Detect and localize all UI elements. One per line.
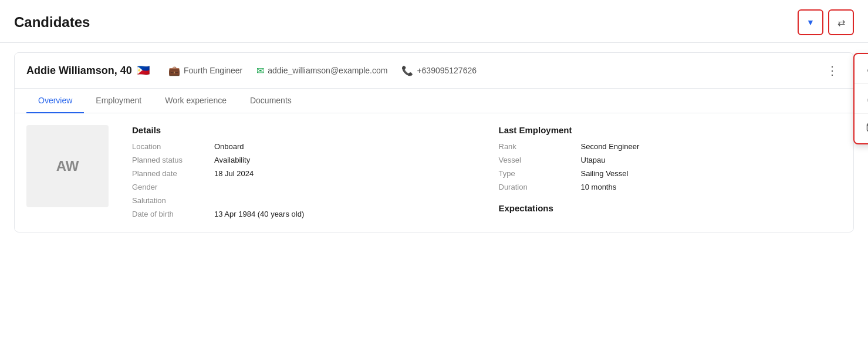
swap-button[interactable]: ⇄ [828,9,854,35]
candidate-header: Addie Williamson, 40 🇵🇭 💼 Fourth Enginee… [15,53,853,89]
filter-icon: ▼ [806,18,815,27]
swap-icon: ⇄ [837,17,845,28]
duration-label: Duration [499,183,581,191]
job-title-item: 💼 Fourth Engineer [168,65,242,76]
avatar-initials: AW [56,158,79,174]
header-buttons: ▼ ⇄ [798,9,854,35]
page-header: Candidates ▼ ⇄ [0,0,868,43]
employment-grid: Rank Second Engineer Vessel Utapau Type … [499,142,842,191]
tab-documents[interactable]: Documents [238,89,303,113]
phone-icon: 📞 [401,65,413,76]
flag-icon: 🇵🇭 [137,64,150,77]
email-icon: ✉ [256,65,264,76]
planned-date-value: 18 Jul 2024 [214,169,475,178]
salutation-value [214,196,475,205]
planned-date-label: Planned date [132,169,214,178]
employment-title: Last Employment [499,125,842,135]
candidate-name: Addie Williamson, 40 🇵🇭 [26,64,150,77]
dropdown-add-assignment[interactable]: Add to assignment [855,54,868,84]
more-options-button[interactable]: ⋮ [823,61,842,80]
email-text: addie_williamson@example.com [268,66,387,75]
vessel-value: Utapau [581,156,842,164]
tab-employment[interactable]: Employment [84,89,153,113]
planned-status-value: Availability [214,156,475,164]
briefcase-icon: 💼 [168,65,180,76]
details-grid: Location Onboard Planned status Availabi… [132,142,475,218]
rank-label: Rank [499,142,581,151]
dob-value: 13 Apr 1984 (40 years old) [214,210,475,218]
dropdown-menu: Add to assignment Photo Send message [853,53,868,144]
planned-status-label: Planned status [132,156,214,164]
dropdown-photo: Photo [855,84,868,114]
details-title: Details [132,125,475,135]
phone-item: 📞 +639095127626 [401,65,477,76]
expectations-title: Expectations [499,203,842,213]
candidate-meta: 💼 Fourth Engineer ✉ addie_williamson@exa… [168,65,804,76]
type-value: Sailing Vessel [581,169,842,178]
details-section: Details Location Onboard Planned status … [132,125,475,220]
candidate-body: AW Details Location Onboard Planned stat… [15,113,853,232]
location-label: Location [132,142,214,151]
duration-value: 10 months [581,183,842,191]
page-title: Candidates [14,14,90,31]
rank-value: Second Engineer [581,142,842,151]
type-label: Type [499,169,581,178]
candidate-card: Addie Williamson, 40 🇵🇭 💼 Fourth Enginee… [14,52,854,232]
filter-button[interactable]: ▼ [798,9,823,35]
vessel-label: Vessel [499,156,581,164]
job-title-text: Fourth Engineer [184,66,242,75]
dob-label: Date of birth [132,210,214,218]
candidate-tabs: Overview Employment Work experience Docu… [15,89,853,113]
gender-value [214,183,475,191]
salutation-label: Salutation [132,196,214,205]
tab-work-experience[interactable]: Work experience [153,89,238,113]
candidate-name-text: Addie Williamson, 40 [26,65,132,77]
employment-section: Last Employment Rank Second Engineer Ves… [499,125,842,220]
avatar: AW [26,125,109,207]
dropdown-send-message[interactable]: Send message [855,114,868,143]
gender-label: Gender [132,183,214,191]
email-item: ✉ addie_williamson@example.com [256,65,387,76]
location-value: Onboard [214,142,475,151]
phone-text: +639095127626 [417,66,477,75]
tab-overview[interactable]: Overview [26,89,84,113]
